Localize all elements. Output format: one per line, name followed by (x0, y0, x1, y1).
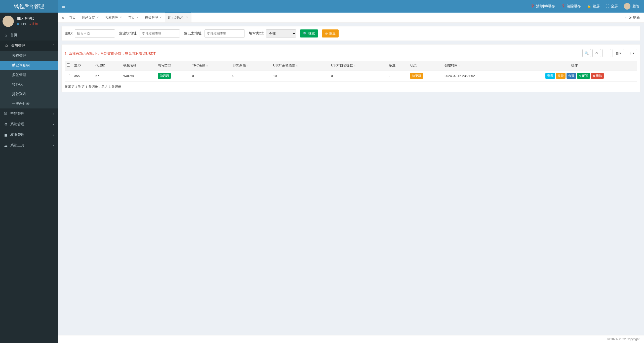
withdraw-button[interactable]: 提款 (556, 73, 566, 79)
sidebar-item-auth[interactable]: 授权管理 (0, 51, 58, 61)
table-row: 355 57 Wallets 助记词 0 0 10 0 - 待更新 (65, 70, 637, 82)
col-main-id[interactable]: 主ID (72, 61, 93, 70)
tool-refresh-button[interactable]: ⟳ (592, 49, 601, 57)
col-remark[interactable]: 备注 (387, 61, 408, 70)
delete-button[interactable]: ✕删除 (591, 73, 604, 79)
col-warn[interactable]: USDT余额预警⇅ (271, 61, 329, 70)
close-icon[interactable]: ✕ (120, 16, 122, 19)
reset-button[interactable]: ⟳ 重置 (322, 29, 339, 37)
user-panel: 组织:管理层 ID:1 ↪ 注销 (0, 13, 58, 30)
clear-job-cache-button[interactable]: ❓ 清除job缓存 (530, 4, 555, 9)
chevron-left-icon: ‹ (53, 133, 54, 136)
list-icon: ☰ (605, 51, 608, 55)
chevron-left-icon: ‹ (53, 112, 54, 115)
sidebar-item-multisig[interactable]: 多签管理 (0, 70, 58, 80)
tab-home[interactable]: 首页 (66, 13, 79, 23)
tron-addr-input[interactable] (140, 29, 180, 37)
col-status[interactable]: 状态 (408, 61, 442, 70)
close-icon[interactable]: ✕ (97, 16, 99, 19)
cell-remark: - (387, 70, 408, 82)
type-select[interactable]: 全部 (266, 29, 296, 37)
question-circle-icon: ❓ (530, 4, 535, 8)
type-badge: 助记词 (158, 73, 171, 79)
sidebar-item-withdraw-list[interactable]: 提款列表 (0, 89, 58, 99)
logout-button[interactable]: ↪ 注销 (28, 22, 38, 26)
search-button[interactable]: 🔍 搜索 (300, 29, 318, 37)
shield-icon: ▣ (4, 133, 8, 137)
sidebar-item-home[interactable]: ⌂ 首页 (0, 30, 58, 41)
avatar (624, 3, 630, 10)
close-icon[interactable]: ✕ (159, 16, 162, 19)
col-trc[interactable]: TRC余额⇅ (190, 61, 230, 70)
lock-icon: 🔒 (587, 4, 591, 8)
gear-icon: ⚙ (4, 122, 8, 126)
edit-icon: ✎ (579, 74, 581, 78)
sidebar-item-permission[interactable]: ▣ 权限管理 ‹ (0, 130, 58, 140)
col-type[interactable]: 填写类型 (156, 61, 190, 70)
tab-scroll-right[interactable]: » (623, 16, 629, 20)
view-button[interactable]: 查看 (545, 73, 555, 79)
tron-addr-label: 鱼波场地址: (119, 31, 138, 36)
close-icon[interactable]: ✕ (136, 16, 139, 19)
col-erc[interactable]: ERC余额⇅ (230, 61, 271, 70)
cell-trc: 0 (190, 70, 230, 82)
tab-site-settings[interactable]: 网站设置✕ (79, 13, 102, 23)
cell-erc: 0 (230, 70, 271, 82)
search-icon: 🔍 (585, 51, 589, 55)
tool-search-button[interactable]: 🔍 (582, 49, 591, 57)
tool-columns-button[interactable]: ☰ (602, 49, 611, 57)
user-menu[interactable]: 超管 (624, 3, 639, 10)
status-badge: 待更新 (410, 73, 423, 79)
select-all-checkbox[interactable] (67, 63, 70, 67)
home-icon: ⌂ (4, 33, 8, 37)
col-actions: 操作 (512, 61, 637, 70)
sidebar-toggle[interactable]: ☰ (58, 4, 69, 9)
sidebar-item-fish[interactable]: ⎙ 鱼苗管理 ˅ (0, 41, 58, 51)
col-auto[interactable]: USDT自动提款⇅ (329, 61, 387, 70)
lock-button[interactable]: 🔒 锁屏 (587, 4, 600, 9)
cell-auto: 0 (329, 70, 387, 82)
sort-icon: ⇅ (247, 64, 249, 67)
tool-export-button[interactable]: ⭳▾ (626, 49, 637, 57)
row-checkbox[interactable] (67, 74, 70, 77)
refresh-icon: ⟳ (595, 51, 598, 55)
avatar (3, 16, 14, 27)
tab-scroll-left[interactable]: « (60, 16, 66, 20)
sidebar-item-mnemonic[interactable]: 助记词私钥 (0, 61, 58, 70)
eth-addr-input[interactable] (205, 29, 245, 37)
sidebar-item-trx[interactable]: 转TRX (0, 80, 58, 89)
col-created[interactable]: 创建时间⇅ (442, 61, 512, 70)
chevron-down-icon: ˅ (53, 44, 54, 48)
tab-template[interactable]: 模板管理✕ (142, 13, 165, 23)
cloud-icon: ☁ (4, 143, 8, 147)
cell-warn: 10 (271, 70, 329, 82)
sort-icon: ⇅ (206, 64, 208, 67)
config-button[interactable]: ✎配置 (577, 73, 590, 79)
question-circle-icon: ❓ (561, 4, 565, 8)
sidebar-item-kill-list[interactable]: 一波杀列表 (0, 99, 58, 108)
col-agent-id[interactable]: 代理ID (93, 61, 121, 70)
user-id: ID:1 (21, 22, 26, 26)
cell-created: 2024-02-15 23:27:52 (442, 70, 512, 82)
col-wallet-name[interactable]: 钱包名称 (121, 61, 156, 70)
tab-home2[interactable]: 首页✕ (125, 13, 142, 23)
tab-mnemonic[interactable]: 助记词私钥✕ (165, 12, 191, 22)
tool-grid-button[interactable]: ▦▾ (613, 49, 624, 57)
top-header: 钱包后台管理 ☰ ❓ 清除job缓存 ❓ 清除缓存 🔒 锁屏 ⛶ 全屏 超管 (0, 0, 644, 13)
tab-auth-mgmt[interactable]: 授权管理✕ (102, 13, 125, 23)
fullscreen-button[interactable]: ⛶ 全屏 (606, 4, 618, 9)
sidebar-item-tools[interactable]: ☁ 系统工具 ‹ (0, 140, 58, 151)
logout-icon: ↪ (28, 22, 31, 26)
sidebar-item-system[interactable]: ⚙ 系统管理 ‹ (0, 119, 58, 130)
close-icon[interactable]: ✕ (186, 16, 188, 19)
chevron-left-icon: ‹ (53, 123, 54, 126)
sidebar-item-marketing[interactable]: 🏛 营销管理 ‹ (0, 108, 58, 119)
sort-icon: ⇅ (354, 64, 356, 67)
search-panel: 主ID: 鱼波场地址: 鱼以太地址: 填写类型: (61, 26, 640, 41)
balance-button[interactable]: 余额 (567, 73, 576, 79)
cell-agent-id: 57 (93, 70, 121, 82)
clear-cache-button[interactable]: ❓ 清除缓存 (561, 4, 581, 9)
main-id-input[interactable] (75, 29, 115, 37)
refresh-tab-button[interactable]: ⟳ 刷新 (629, 15, 642, 20)
chevron-left-icon: ‹ (53, 144, 54, 147)
